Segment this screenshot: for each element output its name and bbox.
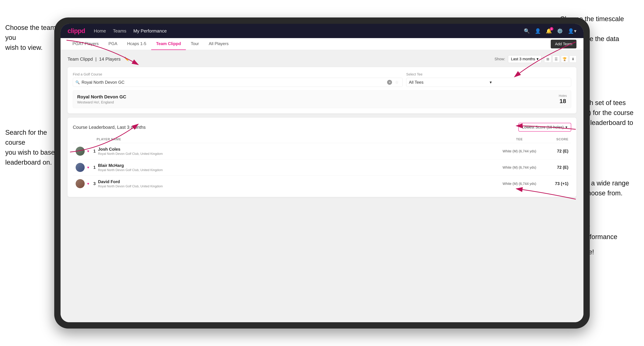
tab-tour[interactable]: Tour <box>186 38 204 50</box>
tab-hcaps[interactable]: Hcaps 1-5 <box>122 38 151 50</box>
tab-team-clippd[interactable]: Team Clippd <box>151 38 186 50</box>
favorite-button[interactable]: ☆ <box>394 79 400 85</box>
favorite-heart-icon[interactable]: ♥ <box>87 182 89 186</box>
col-tee: TEE <box>495 138 544 141</box>
nav-link-home[interactable]: Home <box>94 28 106 34</box>
find-course-group: Find a Golf Course 🔍 ✕ ☆ <box>73 72 403 87</box>
course-name: Royal North Devon GC <box>77 94 126 100</box>
team-header-right: Show: Last 3 months ▾ ⊞ ☰ 🏆 ⬇ <box>494 55 576 63</box>
course-info: Royal North Devon GC Westward Ho!, Engla… <box>77 94 126 104</box>
rank-number: 1 <box>91 149 98 154</box>
tee-value: White (M) (6,744 yds) <box>495 166 544 170</box>
course-location: Westward Ho!, England <box>77 100 126 104</box>
leaderboard-table: PLAYER NAME TEE SCORE ♥ 1 <box>73 136 571 192</box>
player-name-cell: David Ford Royal North Devon Golf Club, … <box>98 179 495 188</box>
tee-value: White (M) (6,744 yds) <box>495 182 544 186</box>
table-row: ♥ 3 David Ford Royal North Devon Golf Cl… <box>73 176 571 192</box>
tee-field-group: Select Tee All Tees ▾ <box>406 72 571 87</box>
tab-pga[interactable]: PGA <box>104 38 122 50</box>
search-card: Find a Golf Course 🔍 ✕ ☆ Select Tee All … <box>68 67 576 113</box>
nav-icons: 🔍 👤 🔔 1 ⚙️ 👤▾ <box>524 28 576 34</box>
show-label: Show: <box>494 57 505 61</box>
view-icons: ⊞ ☰ 🏆 ⬇ <box>544 56 576 63</box>
chevron-down-icon: ▾ <box>490 80 568 85</box>
navbar: clippd Home Teams My Performance 🔍 👤 🔔 1… <box>60 24 584 38</box>
tablet-frame: clippd Home Teams My Performance 🔍 👤 🔔 1… <box>54 17 590 329</box>
find-course-input-wrapper: 🔍 ✕ ☆ <box>73 78 403 87</box>
score-value: 73 (+1) <box>544 181 568 186</box>
notification-icon[interactable]: 🔔 1 <box>546 28 552 34</box>
leaderboard-filter-select[interactable]: Lowest Score (18 holes) ▾ <box>518 123 571 132</box>
tab-pgat-players[interactable]: PGAT Players <box>68 38 104 50</box>
col-player-name: PLAYER NAME <box>96 138 495 141</box>
search-icon[interactable]: 🔍 <box>524 28 530 34</box>
player-name: Josh Coles <box>98 147 495 152</box>
leaderboard-title: Course Leaderboard, Last 3 months <box>73 125 146 130</box>
team-header: Team Clippd | 14 Players ✏️ Show: Last 3… <box>68 55 576 63</box>
settings-icon[interactable]: ⚙️ <box>557 28 563 34</box>
holes-box: Holes 18 <box>559 94 567 105</box>
find-course-label: Find a Golf Course <box>73 72 403 76</box>
table-row: ♥ 1 Josh Coles Royal North Devon Golf Cl… <box>73 143 571 159</box>
edit-team-icon[interactable]: ✏️ <box>124 57 129 61</box>
nav-links: Home Teams My Performance <box>94 28 515 34</box>
col-score: SCORE <box>544 138 568 141</box>
player-club: Royal North Devon Golf Club, United King… <box>98 168 495 172</box>
tab-all-players[interactable]: All Players <box>204 38 234 50</box>
leaderboard-header: Course Leaderboard, Last 3 months Lowest… <box>73 123 571 132</box>
favorite-heart-icon[interactable]: ♥ <box>87 166 89 170</box>
clear-search-button[interactable]: ✕ <box>387 80 392 85</box>
nav-logo: clippd <box>68 27 85 35</box>
grid-view-icon[interactable]: ⊞ <box>544 56 551 63</box>
tee-select[interactable]: All Tees ▾ <box>406 78 571 87</box>
search-icon: 🔍 <box>76 80 80 84</box>
nav-link-myperformance[interactable]: My Performance <box>133 28 167 34</box>
holes-number: 18 <box>559 98 567 105</box>
tablet-screen: clippd Home Teams My Performance 🔍 👤 🔔 1… <box>60 24 584 322</box>
list-view-icon[interactable]: ☰ <box>553 56 560 63</box>
avatar <box>76 179 85 188</box>
table-row: ♥ 1 Blair McHarg Royal North Devon Golf … <box>73 159 571 176</box>
player-name-cell: Josh Coles Royal North Devon Golf Club, … <box>98 147 495 156</box>
trophy-icon[interactable]: 🏆 <box>561 56 568 63</box>
score-value: 72 (E) <box>544 149 568 154</box>
player-club: Royal North Devon Golf Club, United King… <box>98 184 495 188</box>
player-name-cell: Blair McHarg Royal North Devon Golf Club… <box>98 163 495 172</box>
score-value: 72 (E) <box>544 165 568 170</box>
show-period-select[interactable]: Last 3 months ▾ <box>508 55 542 63</box>
tee-value: White (M) (6,744 yds) <box>495 149 544 153</box>
chevron-down-icon: ▾ <box>536 57 538 61</box>
tee-select-label: Select Tee <box>406 72 571 76</box>
holes-label: Holes <box>559 94 567 98</box>
avatar <box>76 147 85 156</box>
find-course-input[interactable] <box>82 80 385 85</box>
avatar <box>76 163 85 172</box>
download-icon[interactable]: ⬇ <box>570 56 576 63</box>
course-result: Royal North Devon GC Westward Ho!, Engla… <box>73 90 571 108</box>
nav-link-teams[interactable]: Teams <box>113 28 126 34</box>
main-content: Team Clippd | 14 Players ✏️ Show: Last 3… <box>60 50 584 322</box>
team-title: Team Clippd | 14 Players <box>68 56 120 62</box>
add-team-button[interactable]: Add Team <box>551 40 576 48</box>
tabbar: PGAT Players PGA Hcaps 1-5 Team Clippd T… <box>60 38 584 50</box>
user-icon[interactable]: 👤 <box>535 28 541 34</box>
player-name: David Ford <box>98 179 495 184</box>
table-header: PLAYER NAME TEE SCORE <box>73 136 571 143</box>
leaderboard-card: Course Leaderboard, Last 3 months Lowest… <box>68 118 576 197</box>
profile-avatar-icon[interactable]: 👤▾ <box>568 28 576 34</box>
rank-number: 3 <box>91 181 98 186</box>
chevron-down-icon: ▾ <box>566 125 567 130</box>
search-row: Find a Golf Course 🔍 ✕ ☆ Select Tee All … <box>73 72 571 87</box>
player-name: Blair McHarg <box>98 163 495 168</box>
favorite-heart-icon[interactable]: ♥ <box>87 149 89 153</box>
rank-number: 1 <box>91 165 98 170</box>
player-club: Royal North Devon Golf Club, United King… <box>98 152 495 156</box>
